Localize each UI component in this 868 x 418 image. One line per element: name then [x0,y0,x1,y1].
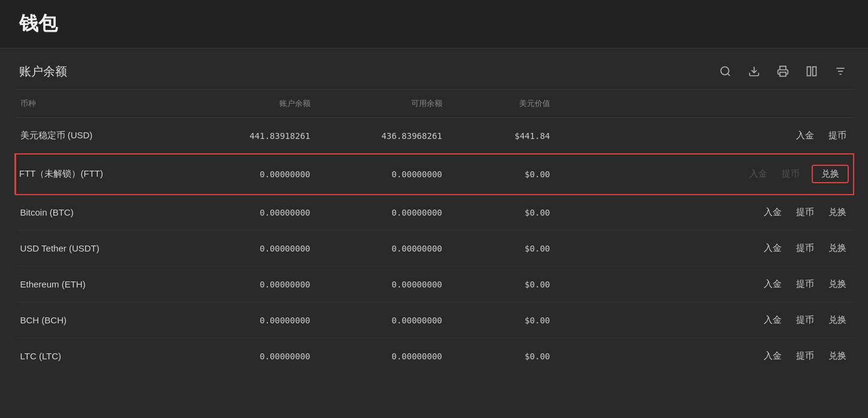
currency-name-cell: 美元稳定币 (USD) [16,118,183,154]
deposit-button[interactable]: 入金 [761,205,784,219]
deposit-button[interactable]: 入金 [761,313,784,327]
currency-name: Bitcoin (BTC) [20,207,74,217]
table-row: LTC (LTC)0.000000000.00000000$0.00入金提币兑换 [16,338,854,374]
svg-rect-5 [813,67,816,76]
table-row: BCH (BCH)0.000000000.00000000$0.00入金提币兑换 [16,302,854,338]
table-row: Ethereum (ETH)0.000000000.00000000$0.00入… [16,266,854,302]
usd-value: $441.84 [447,118,555,154]
currency-name: USD Tether (USDT) [20,243,100,253]
withdraw-button[interactable]: 提币 [826,129,849,143]
currency-name: LTC (LTC) [20,351,62,361]
table-row: 美元稳定币 (USD)441.83918261436.83968261$441.… [16,118,854,154]
usd-value: $0.00 [447,231,555,266]
withdraw-button[interactable]: 提币 [794,313,816,327]
svg-rect-3 [780,72,786,77]
print-icon[interactable] [774,63,791,80]
currency-name-cell: Ethereum (ETH) [16,266,183,302]
table-row: USD Tether (USDT)0.000000000.00000000$0.… [16,231,854,266]
search-icon[interactable] [717,63,734,80]
withdraw-button[interactable]: 提币 [794,205,816,219]
available-value: 0.00000000 [315,338,447,374]
header-usd: 美元价值 [447,90,555,118]
filter-icon[interactable] [832,63,849,80]
available-value: 0.00000000 [315,195,447,231]
header-balance: 账户余额 [183,90,315,118]
toolbar-icons [717,63,849,80]
currency-name: Ethereum (ETH) [20,279,86,289]
balance-value: 0.00000000 [183,154,315,195]
deposit-button[interactable]: 入金 [761,241,784,255]
header-available: 可用余额 [315,90,447,118]
actions-container: 入金提币兑换 [560,277,849,291]
exchange-button[interactable]: 兑换 [826,349,849,363]
columns-icon[interactable] [803,63,820,80]
page-title: 钱包 [19,13,58,34]
exchange-button[interactable]: 兑换 [826,205,849,219]
available-value: 0.00000000 [315,154,447,195]
section-title: 账户余额 [19,63,67,80]
available-value: 0.00000000 [315,302,447,338]
actions-container: 入金提币兑换 [560,313,849,327]
actions-container: 入金提币兑换 [560,165,849,183]
withdraw-button[interactable]: 提币 [794,349,816,363]
actions-container: 入金提币兑换 [560,241,849,255]
balance-value: 0.00000000 [183,338,315,374]
usd-value: $0.00 [447,195,555,231]
actions-cell: 入金提币 [555,118,854,154]
actions-cell: 入金提币兑换 [555,195,854,231]
table-header-row: 币种 账户余额 可用余额 美元价值 [16,90,854,118]
main-content: 账户余额 [0,49,868,374]
svg-line-1 [728,74,730,76]
currency-name-cell: USD Tether (USDT) [16,231,183,266]
withdraw-button: 提币 [779,167,802,181]
usd-value: $0.00 [447,302,555,338]
exchange-button[interactable]: 兑换 [826,313,849,327]
balance-value: 0.00000000 [183,302,315,338]
actions-cell: 入金提币兑换 [555,266,854,302]
actions-cell: 入金提币兑换 [555,302,854,338]
svg-rect-4 [807,67,811,76]
actions-container: 入金提币 [560,129,849,143]
currency-name-cell: LTC (LTC) [16,338,183,374]
exchange-button[interactable]: 兑换 [812,165,849,183]
actions-container: 入金提币兑换 [560,205,849,219]
currency-name-cell: FTT（未解锁）(FTT) [16,154,183,195]
usd-value: $0.00 [447,154,555,195]
balance-value: 0.00000000 [183,266,315,302]
withdraw-button[interactable]: 提币 [794,277,816,291]
actions-cell: 入金提币兑换 [555,338,854,374]
section-header: 账户余额 [14,49,854,90]
deposit-button[interactable]: 入金 [794,129,816,143]
currency-name: BCH (BCH) [20,315,67,325]
deposit-button[interactable]: 入金 [761,277,784,291]
header-actions [555,90,854,118]
withdraw-button[interactable]: 提币 [794,241,816,255]
usd-value: $0.00 [447,266,555,302]
header-currency: 币种 [16,90,183,118]
download-icon[interactable] [746,63,762,80]
balance-value: 0.00000000 [183,195,315,231]
currency-name: FTT（未解锁）(FTT) [19,168,103,178]
balance-value: 441.83918261 [183,118,315,154]
currency-name: 美元稳定币 (USD) [20,130,93,140]
exchange-button[interactable]: 兑换 [826,277,849,291]
deposit-button[interactable]: 入金 [761,349,784,363]
available-value: 436.83968261 [315,118,447,154]
table-row: FTT（未解锁）(FTT)0.000000000.00000000$0.00入金… [16,154,854,195]
actions-cell: 入金提币兑换 [555,154,854,195]
page-header: 钱包 [0,0,868,49]
exchange-button[interactable]: 兑换 [826,241,849,255]
currency-name-cell: Bitcoin (BTC) [16,195,183,231]
usd-value: $0.00 [447,338,555,374]
deposit-button: 入金 [747,167,770,181]
available-value: 0.00000000 [315,231,447,266]
svg-point-0 [721,67,729,75]
balance-table: 币种 账户余额 可用余额 美元价值 美元稳定币 (USD)441.8391826… [14,90,854,374]
actions-cell: 入金提币兑换 [555,231,854,266]
actions-container: 入金提币兑换 [560,349,849,363]
table-row: Bitcoin (BTC)0.000000000.00000000$0.00入金… [16,195,854,231]
currency-name-cell: BCH (BCH) [16,302,183,338]
available-value: 0.00000000 [315,266,447,302]
balance-value: 0.00000000 [183,231,315,266]
